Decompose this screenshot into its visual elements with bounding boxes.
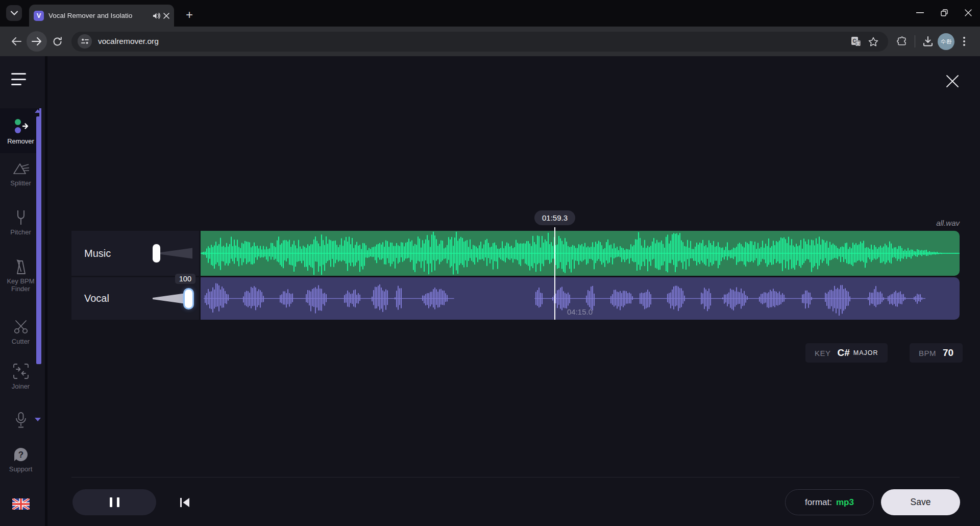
- tab-audio-icon[interactable]: [153, 12, 160, 19]
- sidebar-item-label: Cutter: [12, 338, 30, 345]
- restore-button[interactable]: [932, 0, 956, 26]
- music-volume-thumb[interactable]: [153, 244, 160, 262]
- address-bar[interactable]: vocalremover.org G文: [71, 32, 888, 52]
- vocal-volume-slider[interactable]: 100: [153, 289, 192, 309]
- sidebar-item-joiner[interactable]: Joiner: [0, 363, 41, 390]
- forward-button[interactable]: [27, 31, 47, 52]
- tab-strip: V Vocal Remover and Isolatio +: [0, 0, 980, 27]
- downloads-icon[interactable]: [918, 32, 938, 51]
- splitter-icon: [12, 161, 30, 177]
- sidebar-item-label: Joiner: [12, 382, 30, 390]
- minimize-button[interactable]: [908, 0, 932, 26]
- vocal-track-controls: Vocal 100: [71, 277, 199, 320]
- language-flag-button[interactable]: [0, 498, 41, 510]
- save-button[interactable]: Save: [881, 489, 960, 515]
- microphone-icon: [14, 412, 28, 429]
- music-track-controls: Music: [71, 231, 199, 276]
- browser-window: V Vocal Remover and Isolatio +: [0, 0, 980, 526]
- new-tab-button[interactable]: +: [181, 7, 198, 23]
- tab-title: Vocal Remover and Isolatio: [48, 12, 150, 19]
- browser-tab[interactable]: V Vocal Remover and Isolatio: [29, 5, 174, 27]
- help-icon: ?: [13, 446, 29, 463]
- key-scale: MAJOR: [853, 349, 878, 356]
- window-controls: [908, 0, 980, 26]
- pause-icon: [110, 497, 112, 507]
- sidebar-item-label: Pitcher: [10, 228, 31, 236]
- sidebar-item-support[interactable]: ? Support: [0, 446, 41, 473]
- back-button[interactable]: [6, 31, 27, 52]
- pitcher-icon: [14, 209, 28, 226]
- music-waveform-canvas[interactable]: [201, 231, 960, 276]
- file-name: all.wav: [936, 219, 960, 227]
- tab-search-button[interactable]: [6, 5, 22, 21]
- music-waveform-track[interactable]: [201, 231, 960, 276]
- translate-icon[interactable]: G文: [847, 33, 865, 50]
- svg-text:?: ?: [18, 450, 23, 460]
- menu-kebab-icon[interactable]: [954, 32, 974, 51]
- toolbar-divider: [915, 35, 915, 47]
- close-window-button[interactable]: [956, 0, 980, 26]
- bpm-badge: BPM 70: [910, 343, 963, 363]
- key-value: C#: [838, 347, 850, 358]
- close-song-button[interactable]: [944, 73, 961, 89]
- profile-avatar[interactable]: 수환: [938, 33, 954, 50]
- reload-button[interactable]: [47, 31, 67, 52]
- format-label: format:: [805, 497, 832, 508]
- skip-to-start-icon: [179, 496, 191, 509]
- sidebar-item-label: Key BPM Finder: [0, 277, 41, 293]
- joiner-icon: [12, 363, 30, 380]
- bpm-label: BPM: [919, 349, 936, 357]
- sidebar-item-remover[interactable]: Remover: [0, 108, 41, 153]
- format-value: mp3: [836, 497, 854, 508]
- browser-toolbar: vocalremover.org G文 수환: [0, 27, 980, 56]
- sidebar-item-pitcher[interactable]: Pitcher: [0, 209, 41, 236]
- skip-to-start-button[interactable]: [176, 494, 193, 511]
- uk-flag-icon: [12, 498, 30, 510]
- playhead[interactable]: [554, 227, 555, 320]
- key-label: KEY: [815, 349, 831, 357]
- sidebar: Remover Splitter Pitcher Key BPM Finder …: [0, 56, 47, 526]
- sidebar-item-label: Remover: [7, 137, 34, 145]
- url-text[interactable]: vocalremover.org: [98, 37, 847, 46]
- sidebar-item-splitter[interactable]: Splitter: [0, 161, 41, 187]
- music-volume-track: [159, 247, 192, 259]
- menu-hamburger-button[interactable]: [11, 71, 30, 87]
- sidebar-item-cutter[interactable]: Cutter: [0, 319, 41, 345]
- scrollbar-thumb[interactable]: [36, 116, 41, 364]
- vocal-volume-track: [153, 293, 186, 305]
- main-panel: all.wav Music Vocal 100: [50, 56, 980, 526]
- sidebar-item-key-bpm-finder[interactable]: Key BPM Finder: [0, 258, 41, 293]
- bookmark-star-icon[interactable]: [865, 33, 882, 50]
- site-info-icon[interactable]: [78, 34, 92, 49]
- track-name: Vocal: [84, 293, 153, 304]
- svg-text:文: 文: [856, 41, 861, 46]
- metronome-icon: [13, 258, 29, 275]
- key-badge: KEY C# MAJOR: [805, 343, 888, 363]
- app-content: Remover Splitter Pitcher Key BPM Finder …: [0, 56, 980, 526]
- sidebar-item-label: Support: [9, 465, 33, 473]
- scissors-icon: [12, 319, 30, 335]
- duration-label: 04:15.0: [567, 307, 593, 316]
- tab-favicon: V: [34, 11, 44, 21]
- pause-button[interactable]: [72, 489, 156, 515]
- extensions-icon[interactable]: [892, 32, 912, 51]
- track-name: Music: [84, 248, 153, 259]
- music-volume-slider[interactable]: [153, 243, 192, 264]
- bpm-value: 70: [943, 347, 953, 358]
- format-select-button[interactable]: format: mp3: [785, 489, 874, 515]
- scrollbar-up-arrow[interactable]: [35, 109, 41, 113]
- bottom-divider: [71, 477, 960, 477]
- scrollbar-down-arrow[interactable]: [35, 418, 41, 421]
- playhead-time-tooltip: 01:59.3: [534, 210, 575, 225]
- sidebar-item-label: Splitter: [10, 179, 31, 187]
- remover-icon: [12, 116, 30, 135]
- chevron-down-icon: [11, 11, 18, 15]
- tab-close-button[interactable]: [163, 13, 169, 19]
- vocal-volume-value: 100: [175, 274, 195, 284]
- vocal-volume-thumb[interactable]: [185, 290, 192, 308]
